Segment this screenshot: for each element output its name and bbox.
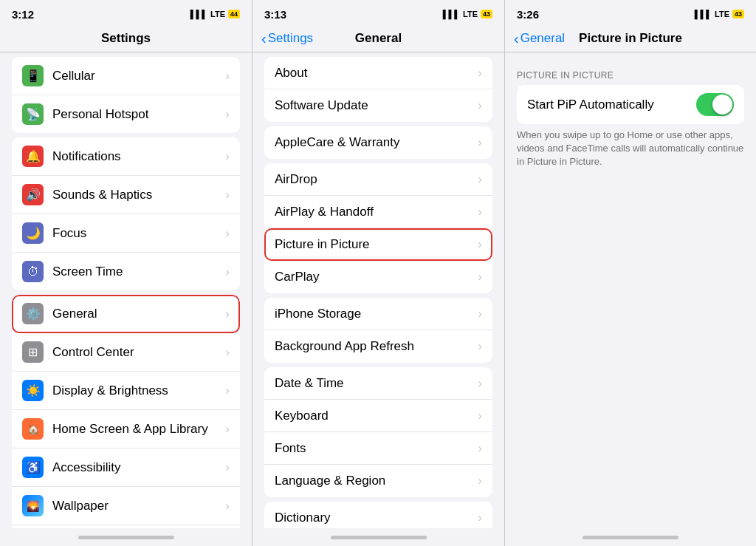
iphonestorage-label: iPhone Storage	[275, 307, 475, 321]
notifications-chevron: ›	[225, 149, 230, 164]
list-item-wallpaper[interactable]: 🌄 Wallpaper ›	[12, 487, 240, 525]
fonts-chevron: ›	[478, 441, 482, 456]
back-chevron-3: ‹	[514, 31, 519, 46]
list-item-dictionary[interactable]: Dictionary ›	[264, 502, 492, 528]
list-item-airplay[interactable]: AirPlay & Handoff ›	[264, 196, 492, 228]
display-label: Display & Brightness	[52, 383, 222, 398]
list-item-display[interactable]: ☀️ Display & Brightness ›	[12, 372, 240, 410]
back-to-general[interactable]: ‹ General	[514, 31, 565, 46]
airdrop-label: AirDrop	[275, 172, 475, 187]
list-item-general[interactable]: ⚙️ General ›	[12, 295, 240, 333]
group-locale: Date & Time › Keyboard › Fonts › Languag…	[264, 367, 492, 497]
general-list[interactable]: About › Software Update › AppleCare & Wa…	[252, 52, 504, 528]
home-bar-1	[78, 536, 174, 539]
accessibility-label: Accessibility	[52, 460, 222, 475]
carplay-label: CarPlay	[275, 270, 475, 284]
list-item-applecare[interactable]: AppleCare & Warranty ›	[264, 126, 492, 159]
toggle-knob	[712, 95, 732, 115]
list-item-languageregion[interactable]: Language & Region ›	[264, 465, 492, 497]
back-chevron-2: ‹	[261, 31, 267, 46]
backgroundrefresh-label: Background App Refresh	[275, 339, 475, 354]
cellular-icon: 📱	[22, 65, 44, 86]
cellular-label: Cellular	[52, 69, 222, 83]
list-item-pip-toggle[interactable]: Start PiP Automatically	[517, 85, 744, 124]
airplay-chevron: ›	[478, 205, 482, 219]
lte-badge-2: 43	[481, 10, 492, 18]
back-label-3: General	[520, 31, 565, 46]
keyboard-chevron: ›	[478, 409, 482, 423]
signal-icon-1: ▌▌▌	[190, 10, 207, 18]
list-item-homescreen[interactable]: 🏠 Home Screen & App Library ›	[12, 410, 240, 448]
group-about: About › Software Update ›	[264, 57, 492, 122]
nav-bar-settings: Settings	[0, 27, 252, 52]
pip-toggle-container[interactable]	[696, 93, 734, 116]
lte-label-1: LTE	[210, 10, 225, 18]
list-item-datetime[interactable]: Date & Time ›	[264, 367, 492, 400]
focus-label: Focus	[52, 226, 222, 241]
list-item-notifications[interactable]: 🔔 Notifications ›	[12, 137, 240, 176]
list-item-cellular[interactable]: 📱 Cellular ›	[12, 57, 240, 95]
accessibility-icon: ♿	[22, 457, 44, 478]
homescreen-label: Home Screen & App Library	[52, 422, 222, 437]
list-item-hotspot[interactable]: 📡 Personal Hotspot ›	[12, 95, 240, 133]
airdrop-chevron: ›	[478, 172, 482, 187]
list-item-accessibility[interactable]: ♿ Accessibility ›	[12, 448, 240, 487]
pip-label: Picture in Picture	[275, 237, 475, 252]
list-item-softwareupdate[interactable]: Software Update ›	[264, 89, 492, 122]
wallpaper-icon: 🌄	[22, 495, 44, 516]
list-item-backgroundrefresh[interactable]: Background App Refresh ›	[264, 330, 492, 363]
list-item-fonts[interactable]: Fonts ›	[264, 432, 492, 465]
airplay-label: AirPlay & Handoff	[275, 205, 475, 219]
pip-page-title: Picture in Picture	[579, 31, 682, 46]
group-airservices: AirDrop › AirPlay & Handoff › Picture in…	[264, 163, 492, 293]
list-item-sounds[interactable]: 🔊 Sounds & Haptics ›	[12, 176, 240, 214]
languageregion-label: Language & Region	[275, 474, 475, 488]
panel-pip: 3:26 ▌▌▌ LTE 43 ‹ General Picture in Pic…	[505, 0, 756, 546]
settings-list[interactable]: 📱 Cellular › 📡 Personal Hotspot › 🔔 Noti…	[0, 52, 252, 528]
status-icons-2: ▌▌▌ LTE 43	[443, 10, 492, 18]
general-page-title: General	[355, 31, 402, 46]
home-indicator-2	[252, 528, 504, 546]
iphonestorage-chevron: ›	[478, 307, 482, 321]
general-icon: ⚙️	[22, 303, 44, 324]
softwareupdate-label: Software Update	[275, 98, 475, 113]
about-chevron: ›	[478, 66, 482, 81]
pip-toggle[interactable]	[696, 93, 734, 116]
notifications-icon: 🔔	[22, 146, 44, 167]
lte-label-3: LTE	[715, 10, 729, 18]
list-item-focus[interactable]: 🌙 Focus ›	[12, 214, 240, 253]
home-indicator-1	[0, 528, 252, 546]
focus-icon: 🌙	[22, 222, 44, 244]
hotspot-icon: 📡	[22, 103, 44, 125]
status-bar-2: 3:13 ▌▌▌ LTE 43	[252, 0, 504, 27]
list-item-pip[interactable]: Picture in Picture ›	[264, 228, 492, 261]
pip-content: PICTURE IN PICTURE Start PiP Automatical…	[505, 52, 756, 528]
applecare-label: AppleCare & Warranty	[275, 135, 475, 150]
signal-icon-3: ▌▌▌	[695, 10, 712, 18]
back-to-settings[interactable]: ‹ Settings	[261, 31, 313, 46]
pip-auto-label: Start PiP Automatically	[527, 98, 696, 112]
homescreen-icon: 🏠	[22, 418, 44, 440]
pip-section-header: PICTURE IN PICTURE	[505, 52, 756, 85]
controlcenter-icon: ⊞	[22, 341, 44, 363]
list-item-carplay[interactable]: CarPlay ›	[264, 261, 492, 293]
list-item-iphonestorage[interactable]: iPhone Storage ›	[264, 298, 492, 330]
about-label: About	[275, 66, 475, 81]
status-bar-3: 3:26 ▌▌▌ LTE 43	[505, 0, 756, 27]
backgroundrefresh-chevron: ›	[478, 339, 482, 354]
list-item-airdrop[interactable]: AirDrop ›	[264, 163, 492, 196]
lte-badge-3: 43	[732, 10, 744, 18]
list-item-screentime[interactable]: ⏱ Screen Time ›	[12, 253, 240, 290]
back-label-2: Settings	[268, 31, 313, 46]
signal-icon-2: ▌▌▌	[443, 10, 460, 18]
list-item-controlcenter[interactable]: ⊞ Control Center ›	[12, 333, 240, 372]
display-chevron: ›	[225, 383, 230, 398]
wallpaper-label: Wallpaper	[52, 499, 222, 513]
cellular-chevron: ›	[225, 69, 230, 83]
hotspot-chevron: ›	[225, 107, 230, 122]
datetime-chevron: ›	[478, 376, 482, 391]
list-item-about[interactable]: About ›	[264, 57, 492, 89]
status-time-3: 3:26	[517, 8, 539, 21]
sounds-chevron: ›	[225, 188, 230, 202]
list-item-keyboard[interactable]: Keyboard ›	[264, 400, 492, 432]
